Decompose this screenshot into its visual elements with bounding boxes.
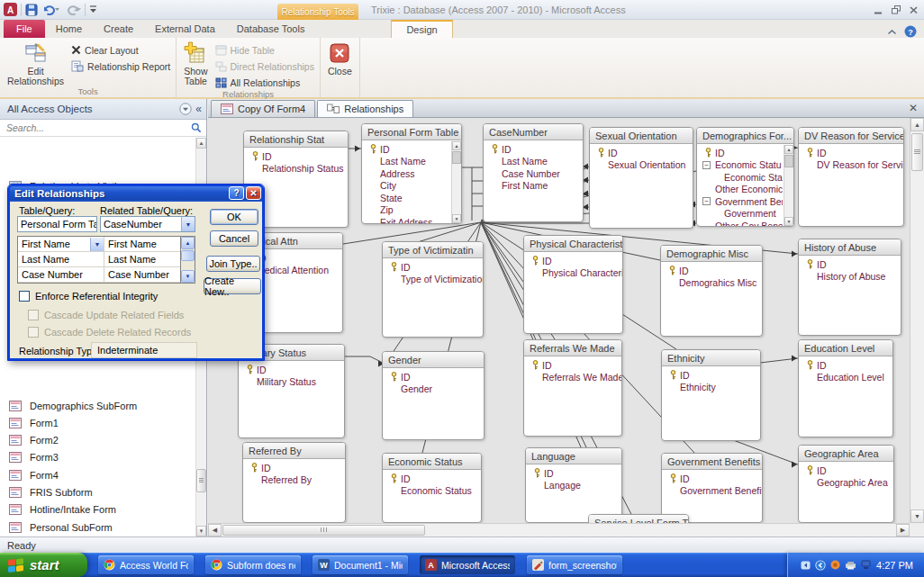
field-id[interactable]: ID	[526, 467, 621, 480]
field-id[interactable]: ID	[662, 473, 762, 485]
field-ethnicity[interactable]: Ethnicity	[662, 382, 760, 394]
field-id[interactable]: ID	[697, 147, 783, 159]
close-button[interactable]: Close	[324, 39, 356, 77]
tab-database-tools[interactable]: Database Tools	[226, 20, 316, 38]
field-education-level[interactable]: Education Level	[799, 372, 892, 384]
field-id[interactable]: ID	[590, 147, 693, 159]
nav-item-fris-subform[interactable]: FRIS Subform	[0, 484, 195, 501]
grid-cell-right[interactable]: Case Number	[104, 267, 180, 282]
scroll-up-arrow[interactable]: ▲	[196, 138, 206, 149]
taskbar-task-access-world-forums[interactable]: Access World Forums...	[98, 555, 194, 574]
show-table-button[interactable]: ShowTable	[180, 39, 211, 86]
canvas-vertical-scrollbar[interactable]: ▲ ▼	[910, 118, 924, 523]
restore-button[interactable]	[892, 5, 901, 14]
shutter-bar-close-button[interactable]: «	[195, 103, 202, 115]
diagram-table-sexual-orientation[interactable]: Sexual OrientationIDSexual Orientation	[589, 127, 693, 229]
direct-relationships-button[interactable]: Direct Relationships	[215, 59, 314, 73]
nav-menu-icon[interactable]	[179, 103, 192, 115]
diagram-table-referrals-we-made[interactable]: Referrals We MadeIDReferrals We Made	[523, 339, 622, 437]
document-tab-relationships[interactable]: Relationships	[317, 100, 413, 117]
scroll-down-arrow[interactable]: ▼	[196, 526, 206, 536]
edit-relationships-button[interactable]: EditRelationships	[4, 39, 68, 86]
diagram-table-ethnicity[interactable]: EthnicityIDEthnicity	[661, 349, 761, 441]
all-relationships-button[interactable]: All Relationships	[215, 76, 314, 89]
network-icon[interactable]	[861, 560, 871, 570]
taskbar-task-microsoft-access-tri[interactable]: AMicrosoft Access - Tri...	[420, 555, 515, 574]
diagram-table-history-of-abuse[interactable]: History of AbuseIDHistory of Abuse	[798, 239, 901, 336]
close-document-button[interactable]: ✕	[909, 102, 924, 117]
relationship-report-button[interactable]: Relationship Report	[71, 59, 170, 73]
collapse-ribbon-icon[interactable]	[887, 29, 897, 35]
diagram-table-physical-characteristi[interactable]: Physical Characteristi...IDPhysical Char…	[523, 235, 623, 334]
field-referrals-we-made[interactable]: Referrals We Made	[524, 372, 621, 384]
dialog-help-button[interactable]: ?	[229, 186, 244, 200]
diagram-table-gender[interactable]: GenderIDGender	[382, 351, 485, 440]
close-window-button[interactable]	[910, 6, 919, 14]
nav-item-form1[interactable]: Form1	[0, 414, 195, 431]
field-zip[interactable]: Zip	[362, 204, 450, 217]
ok-button[interactable]: OK	[210, 209, 258, 225]
redo-icon[interactable]	[63, 4, 81, 15]
diagram-table-demographics-for[interactable]: Demographics For...ID−Economic StatuEcon…	[696, 127, 794, 227]
contextual-tab-header[interactable]: Relationship Tools	[277, 4, 358, 20]
grid-cell-left[interactable]: Case Number	[18, 267, 104, 282]
taskbar-task-document1-microsof[interactable]: WDocument1 - Microsof...	[313, 555, 408, 574]
search-bar[interactable]: Search...	[0, 120, 206, 137]
diagram-table-type-of-victimizatin[interactable]: Type of VictimizatinIDType of Victimizat…	[382, 241, 484, 338]
scroll-thumb[interactable]	[222, 525, 425, 536]
tab-home[interactable]: Home	[45, 20, 93, 38]
diagram-table-education-level[interactable]: Education LevelIDEducation Level	[798, 339, 893, 437]
chevron-down-icon[interactable]: ▼	[90, 238, 104, 251]
scroll-up-arrow[interactable]: ▲	[452, 141, 461, 150]
grid-cell-left[interactable]: Last Name	[18, 252, 104, 266]
tab-external-data[interactable]: External Data	[144, 20, 226, 38]
field-id[interactable]: ID	[661, 265, 762, 277]
field-id[interactable]: ID	[662, 369, 760, 382]
collapse-box-icon[interactable]: −	[702, 161, 711, 169]
tab-create[interactable]: Create	[93, 20, 144, 38]
dialog-title-bar[interactable]: Edit Relationships ? ✕	[8, 185, 264, 202]
clear-layout-button[interactable]: Clear Layout	[71, 43, 170, 57]
field-physical-characterist[interactable]: Physical Characterist	[524, 267, 622, 280]
field-military-status[interactable]: Military Status	[239, 376, 344, 389]
field-type-of-victimization[interactable]: Type of Victimization	[383, 274, 483, 286]
field-langage[interactable]: Langage	[526, 480, 621, 492]
taskbar-task-subform-does-not-ass[interactable]: Subform does not ass...	[205, 555, 301, 574]
field-gender[interactable]: Gender	[383, 383, 484, 396]
cancel-button[interactable]: Cancel	[210, 230, 258, 247]
scroll-thumb[interactable]	[196, 469, 206, 492]
field-case-number[interactable]: Case Number	[484, 167, 583, 180]
diagram-table-government-benefits[interactable]: Government BenefitsIDGovernment Benefits	[661, 453, 763, 523]
scroll-thumb[interactable]	[452, 151, 461, 164]
field-id[interactable]: ID	[799, 359, 892, 372]
diagram-table-dv-reason-for-service[interactable]: DV Reason for ServiceIDDV Reason for Ser…	[798, 127, 904, 227]
scroll-right-arrow[interactable]: ▶	[896, 524, 910, 536]
nav-item-form3[interactable]: Form3	[0, 449, 195, 466]
diagram-table-service-level-form-t[interactable]: Service Level Form T	[588, 514, 689, 523]
table-query-select[interactable]: Personal Form Tabl ▼	[17, 216, 97, 232]
field-relationship-status[interactable]: Relationship Status	[244, 163, 348, 176]
hide-table-button[interactable]: Hide Table	[215, 43, 314, 57]
field-id[interactable]: ID	[524, 255, 622, 267]
diagram-table-economic-status[interactable]: Economic StatusIDEconomic Status	[382, 453, 482, 523]
nav-item-form2[interactable]: Form2	[0, 432, 195, 449]
volume-icon[interactable]	[830, 560, 840, 570]
scroll-up-arrow[interactable]: ▲	[910, 118, 924, 131]
field-id[interactable]: ID	[799, 147, 903, 159]
field-government[interactable]: Government	[697, 208, 783, 221]
customize-qat-icon[interactable]	[89, 5, 97, 14]
search-icon[interactable]	[191, 122, 202, 133]
field-government-ber[interactable]: −Government Ber	[697, 195, 783, 208]
scroll-left-arrow[interactable]: ◀	[208, 524, 222, 536]
field-id[interactable]: ID	[524, 359, 621, 372]
navigation-pane-header[interactable]: All Access Objects «	[0, 99, 206, 120]
field-id[interactable]: ID	[484, 143, 583, 156]
dialog-close-button[interactable]: ✕	[246, 186, 261, 200]
join-type-button[interactable]: Join Type..	[206, 256, 260, 272]
scroll-up-arrow[interactable]: ▲	[784, 145, 793, 154]
nav-item-hotline-intake-form[interactable]: Hotline/Intake Form	[0, 501, 195, 518]
field-city[interactable]: City	[362, 180, 450, 193]
field-id[interactable]: ID	[244, 150, 348, 163]
grid-cell-right[interactable]: First Name	[104, 237, 180, 251]
checkbox-enforce-referential-integrity[interactable]: Enforce Referential Integrity	[19, 291, 158, 302]
